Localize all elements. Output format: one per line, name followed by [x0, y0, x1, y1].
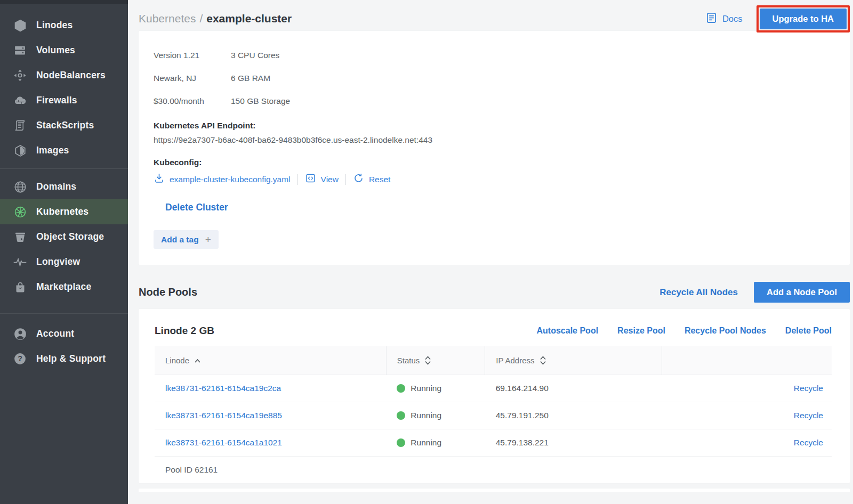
- sidebar-item-label: Domains: [36, 181, 76, 192]
- sidebar-item-domains[interactable]: Domains: [0, 174, 128, 199]
- delete-pool-link[interactable]: Delete Pool: [785, 326, 832, 336]
- help-question-icon: ?: [13, 352, 27, 366]
- sidebar-item-images[interactable]: Images: [0, 138, 128, 163]
- status-label: Running: [411, 438, 441, 448]
- node-ip: 69.164.214.90: [485, 375, 662, 402]
- sidebar-item-label: NodeBalancers: [36, 70, 106, 81]
- breadcrumb-page-title: example-cluster: [206, 12, 292, 25]
- node-name-link[interactable]: lke38731-62161-6154ca19e885: [165, 411, 282, 420]
- sidebar-item-label: StackScripts: [36, 120, 94, 131]
- column-header-ip-address[interactable]: IP Address: [485, 346, 662, 375]
- sidebar-item-label: Help & Support: [36, 353, 106, 364]
- node-pools-header: Node Pools Recycle All Nodes Add a Node …: [139, 282, 850, 303]
- sidebar-top-strip: [0, 0, 128, 4]
- sidebar-item-help-support[interactable]: ? Help & Support: [0, 346, 128, 371]
- column-header-status[interactable]: Status: [386, 346, 485, 375]
- kubeconfig-reset-link[interactable]: Reset: [353, 173, 391, 186]
- sidebar: Linodes Volumes NodeBalancers Firewalls: [0, 0, 128, 504]
- reset-refresh-icon: [353, 173, 364, 186]
- column-header-actions: [662, 346, 832, 375]
- images-icon: [13, 143, 27, 158]
- divider: [297, 174, 298, 185]
- api-endpoint-url: https://9e2a7307-b6ac-408f-ba62-9483b0b3…: [154, 135, 835, 145]
- breadcrumb-separator: /: [199, 12, 203, 25]
- sidebar-item-account[interactable]: Account: [0, 321, 128, 346]
- running-status-dot: [397, 411, 405, 420]
- sidebar-item-label: Kubernetes: [36, 206, 88, 217]
- column-label: Status: [397, 356, 420, 365]
- cluster-specs: Version 1.21 3 CPU Cores Newark, NJ 6 GB…: [154, 44, 835, 112]
- recycle-node-link[interactable]: Recycle: [794, 411, 823, 420]
- cluster-cpu: 3 CPU Cores: [231, 44, 835, 67]
- running-status-dot: [397, 438, 405, 447]
- sidebar-item-stackscripts[interactable]: StackScripts: [0, 113, 128, 138]
- running-status-dot: [397, 384, 405, 393]
- view-label: View: [321, 175, 339, 184]
- node-ip: 45.79.191.250: [485, 402, 662, 429]
- add-node-pool-button[interactable]: Add a Node Pool: [754, 282, 850, 303]
- resize-pool-link[interactable]: Resize Pool: [617, 326, 665, 336]
- sidebar-item-marketplace[interactable]: Marketplace: [0, 274, 128, 299]
- column-label: Linode: [165, 356, 189, 365]
- sidebar-item-longview[interactable]: Longview: [0, 249, 128, 274]
- recycle-all-nodes-link[interactable]: Recycle All Nodes: [659, 287, 738, 298]
- sidebar-item-volumes[interactable]: Volumes: [0, 38, 128, 63]
- pool-id-row: Pool ID 62161: [155, 457, 832, 484]
- pool-action-links: Autoscale Pool Resize Pool Recycle Pool …: [537, 326, 832, 336]
- sidebar-item-label: Linodes: [36, 20, 73, 31]
- pool-id-label: Pool ID 62161: [155, 457, 832, 484]
- node-name-link[interactable]: lke38731-62161-6154ca1a1021: [165, 438, 282, 447]
- domains-globe-icon: [13, 180, 27, 194]
- delete-cluster-link[interactable]: Delete Cluster: [165, 202, 228, 213]
- sidebar-item-label: Longview: [36, 256, 80, 267]
- nodebalancers-icon: [13, 68, 27, 83]
- column-header-linode[interactable]: Linode: [155, 346, 386, 375]
- page-header: Kubernetes/example-cluster Docs Upgrade …: [139, 0, 850, 31]
- upgrade-to-ha-button[interactable]: Upgrade to HA: [760, 9, 847, 29]
- annotation-highlight-box: Upgrade to HA: [757, 5, 850, 32]
- kubeconfig-label: Kubeconfig:: [154, 158, 835, 167]
- docs-label: Docs: [722, 14, 743, 24]
- nodes-table: Linode Status: [155, 346, 832, 483]
- volumes-icon: [13, 43, 27, 58]
- table-row: lke38731-62161-6154ca1a1021 Running 45.7…: [155, 429, 832, 457]
- kubeconfig-view-link[interactable]: View: [305, 173, 339, 186]
- pulse-icon: [13, 255, 27, 269]
- next-panel-edge: [139, 489, 850, 492]
- recycle-node-link[interactable]: Recycle: [794, 384, 823, 393]
- recycle-pool-nodes-link[interactable]: Recycle Pool Nodes: [685, 326, 766, 336]
- sidebar-item-firewalls[interactable]: Firewalls: [0, 88, 128, 113]
- sort-ascending-icon: [194, 356, 201, 365]
- status-label: Running: [411, 411, 441, 420]
- autoscale-pool-link[interactable]: Autoscale Pool: [537, 326, 599, 336]
- add-a-tag-button[interactable]: Add a tag +: [154, 230, 219, 249]
- api-endpoint-label: Kubernetes API Endpoint:: [154, 121, 835, 131]
- kubeconfig-links: example-cluster-kubeconfig.yaml View Res…: [154, 173, 835, 186]
- sidebar-divider: [0, 168, 128, 169]
- sidebar-divider: [0, 313, 128, 314]
- node-name-link[interactable]: lke38731-62161-6154ca19c2ca: [165, 384, 281, 393]
- main-content: Kubernetes/example-cluster Docs Upgrade …: [128, 0, 853, 504]
- cluster-ram: 6 GB RAM: [231, 67, 835, 90]
- pool-name: Linode 2 GB: [155, 325, 214, 337]
- recycle-node-link[interactable]: Recycle: [794, 438, 823, 447]
- sidebar-item-label: Object Storage: [36, 231, 104, 242]
- breadcrumb-section[interactable]: Kubernetes: [139, 12, 196, 25]
- sidebar-item-nodebalancers[interactable]: NodeBalancers: [0, 63, 128, 88]
- kubeconfig-file-name: example-cluster-kubeconfig.yaml: [170, 175, 291, 184]
- pool-card-header: Linode 2 GB Autoscale Pool Resize Pool R…: [155, 320, 832, 346]
- cluster-summary-panel: Version 1.21 3 CPU Cores Newark, NJ 6 GB…: [139, 31, 850, 265]
- node-pools-title: Node Pools: [139, 286, 197, 298]
- sort-both-icon: [540, 356, 546, 365]
- sidebar-item-linodes[interactable]: Linodes: [0, 13, 128, 38]
- header-actions: Docs Upgrade to HA: [705, 5, 850, 32]
- docs-link[interactable]: Docs: [705, 12, 743, 26]
- sidebar-item-object-storage[interactable]: Object Storage: [0, 224, 128, 249]
- sidebar-item-kubernetes[interactable]: Kubernetes: [0, 199, 128, 224]
- kubeconfig-download-link[interactable]: example-cluster-kubeconfig.yaml: [154, 173, 291, 186]
- cluster-storage: 150 GB Storage: [231, 90, 835, 112]
- linode-hexagon-icon: [13, 18, 27, 32]
- sidebar-item-label: Images: [36, 145, 69, 156]
- stackscripts-icon: [13, 118, 27, 133]
- add-tag-label: Add a tag: [161, 235, 199, 245]
